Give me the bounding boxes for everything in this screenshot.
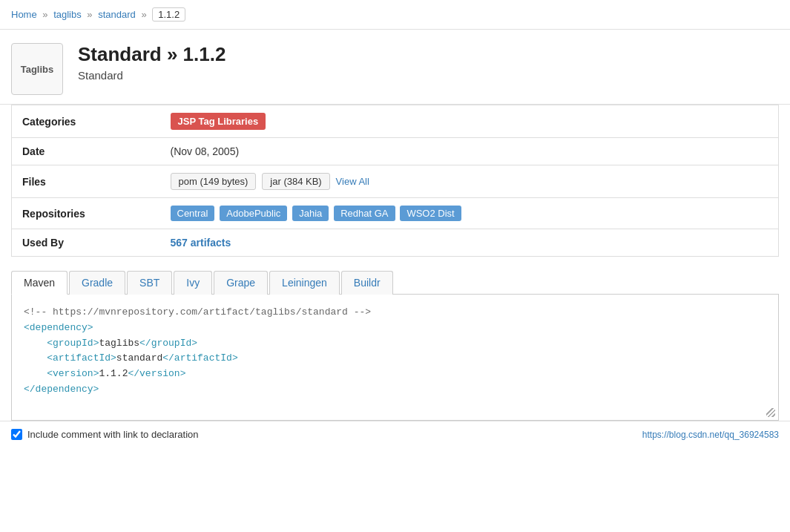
tabs-section: Maven Gradle SBT Ivy Grape Leiningen Bui… xyxy=(11,270,779,421)
used-by-label: Used By xyxy=(12,229,160,257)
breadcrumb-home[interactable]: Home xyxy=(11,9,37,20)
code-groupid-open: <groupId> xyxy=(47,338,99,349)
resize-handle[interactable] xyxy=(766,408,775,417)
breadcrumb-version: 1.1.2 xyxy=(152,7,185,22)
include-comment-checkbox[interactable] xyxy=(11,429,22,440)
repo-central[interactable]: Central xyxy=(171,206,215,221)
tabs-list: Maven Gradle SBT Ivy Grape Leiningen Bui… xyxy=(11,270,779,295)
breadcrumb-standard[interactable]: standard xyxy=(98,9,136,20)
breadcrumb-sep-1: » xyxy=(42,9,50,20)
logo-box: Taglibs xyxy=(11,43,63,95)
checkbox-text: Include comment with link to declaration xyxy=(27,429,199,440)
code-artifactid-open: <artifactId> xyxy=(47,352,116,364)
date-label: Date xyxy=(12,138,160,165)
date-value: (Nov 08, 2005) xyxy=(160,138,779,165)
used-by-value: 567 artifacts xyxy=(160,229,779,257)
used-by-row: Used By 567 artifacts xyxy=(12,229,779,257)
code-artifactid-close: </artifactId> xyxy=(162,352,237,364)
categories-label: Categories xyxy=(12,105,160,138)
info-table: Categories JSP Tag Libraries Date (Nov 0… xyxy=(11,105,779,257)
repositories-label: Repositories xyxy=(12,198,160,229)
view-all-link[interactable]: View All xyxy=(336,176,369,187)
page-title: Standard » 1.1.2 xyxy=(78,43,226,66)
logo-label: Taglibs xyxy=(21,64,54,75)
repo-wso2[interactable]: WSO2 Dist xyxy=(400,206,461,221)
header-text: Standard » 1.1.2 Standard xyxy=(78,43,226,82)
breadcrumb-sep-2: » xyxy=(87,9,95,20)
pom-button[interactable]: pom (149 bytes) xyxy=(171,173,257,190)
code-version-value: 1.1.2 xyxy=(99,368,128,379)
repo-redhat[interactable]: Redhat GA xyxy=(334,206,395,221)
header-section: Taglibs Standard » 1.1.2 Standard xyxy=(0,30,790,105)
footer-url: https://blog.csdn.net/qq_36924583 xyxy=(642,430,779,440)
repositories-value: Central AdobePublic Jahia Redhat GA WSO2… xyxy=(160,198,779,229)
category-badge[interactable]: JSP Tag Libraries xyxy=(171,113,266,130)
code-version-close: </version> xyxy=(128,368,185,379)
code-artifactid-value: standard xyxy=(116,352,162,364)
tab-leiningen[interactable]: Leiningen xyxy=(269,271,340,295)
date-row: Date (Nov 08, 2005) xyxy=(12,138,779,165)
code-area: <!-- https://mvnrepository.com/artifact/… xyxy=(24,305,766,398)
repo-jahia[interactable]: Jahia xyxy=(292,206,329,221)
code-container: <!-- https://mvnrepository.com/artifact/… xyxy=(11,295,779,421)
breadcrumb: Home » taglibs » standard » 1.1.2 xyxy=(0,0,790,30)
breadcrumb-taglibs[interactable]: taglibs xyxy=(53,9,82,20)
breadcrumb-sep-3: » xyxy=(141,9,149,20)
code-dep-open: <dependency> xyxy=(24,322,93,333)
checkbox-label[interactable]: Include comment with link to declaration xyxy=(11,429,199,440)
footer-section: Include comment with link to declaration… xyxy=(0,421,790,447)
files-value: pom (149 bytes) jar (384 KB) View All xyxy=(160,165,779,198)
files-label: Files xyxy=(12,165,160,198)
categories-row: Categories JSP Tag Libraries xyxy=(12,105,779,138)
code-groupid-value: taglibs xyxy=(99,338,139,349)
code-version-open: <version> xyxy=(47,368,99,379)
jar-button[interactable]: jar (384 KB) xyxy=(262,173,329,190)
repositories-row: Repositories Central AdobePublic Jahia R… xyxy=(12,198,779,229)
tab-maven[interactable]: Maven xyxy=(11,271,68,295)
code-groupid-close: </groupId> xyxy=(139,338,197,349)
repo-adobepublic[interactable]: AdobePublic xyxy=(220,206,287,221)
tab-gradle[interactable]: Gradle xyxy=(69,271,125,295)
used-by-link[interactable]: 567 artifacts xyxy=(171,237,231,249)
files-row: Files pom (149 bytes) jar (384 KB) View … xyxy=(12,165,779,198)
tab-ivy[interactable]: Ivy xyxy=(174,271,212,295)
code-comment: <!-- https://mvnrepository.com/artifact/… xyxy=(24,306,371,318)
tab-buildr[interactable]: Buildr xyxy=(341,271,393,295)
page-subtitle: Standard xyxy=(78,69,226,82)
code-dep-close: </dependency> xyxy=(24,384,99,395)
tab-sbt[interactable]: SBT xyxy=(127,271,172,295)
categories-value: JSP Tag Libraries xyxy=(160,105,779,138)
tab-grape[interactable]: Grape xyxy=(214,271,268,295)
